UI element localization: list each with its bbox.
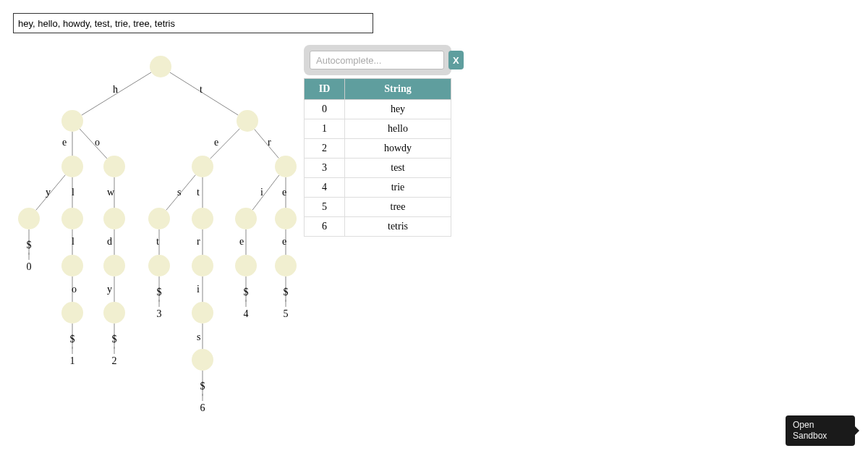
clear-button[interactable]: X: [448, 51, 464, 69]
svg-point-58: [61, 208, 83, 229]
svg-point-81: [192, 255, 213, 276]
svg-point-79: [275, 208, 297, 229]
svg-point-82: [235, 255, 257, 276]
svg-point-78: [235, 208, 257, 229]
table-row: 2howdy: [305, 139, 451, 159]
svg-point-57: [18, 208, 40, 229]
svg-text:d: d: [107, 236, 112, 247]
svg-point-83: [275, 255, 297, 276]
svg-point-74: [192, 156, 213, 177]
table-row: 1hello: [305, 119, 451, 139]
svg-text:e: e: [214, 137, 218, 148]
svg-text:i: i: [260, 187, 263, 198]
svg-text:$: $: [157, 287, 162, 297]
svg-text:h: h: [113, 84, 118, 95]
svg-text:0: 0: [27, 261, 32, 272]
open-sandbox-button[interactable]: Open Sandbox: [786, 415, 855, 446]
cell-string: trie: [345, 178, 451, 198]
svg-point-64: [103, 255, 125, 276]
svg-point-55: [61, 156, 83, 177]
words-input[interactable]: [13, 13, 373, 33]
svg-text:3: 3: [157, 308, 162, 319]
svg-text:s: s: [177, 187, 181, 198]
table-row: 5tree: [305, 198, 451, 217]
svg-text:$: $: [70, 334, 75, 345]
svg-point-63: [61, 255, 83, 276]
strings-table: ID String 0hey1hello2howdy3test4trie5tre…: [304, 78, 451, 237]
table-row: 3test: [305, 159, 451, 178]
svg-text:r: r: [268, 137, 271, 148]
svg-point-73: [237, 110, 258, 132]
svg-point-94: [192, 349, 213, 371]
cell-string: hello: [345, 119, 451, 139]
svg-point-56: [103, 156, 125, 177]
svg-point-75: [275, 156, 297, 177]
svg-point-54: [61, 110, 83, 132]
svg-text:e: e: [62, 137, 67, 148]
svg-text:$: $: [27, 240, 32, 250]
svg-text:e: e: [239, 236, 244, 247]
svg-text:$: $: [284, 287, 289, 297]
svg-point-87: [192, 302, 213, 324]
svg-text:2: 2: [112, 355, 117, 366]
svg-line-4: [80, 129, 107, 159]
svg-line-6: [36, 175, 66, 211]
svg-text:s: s: [197, 332, 200, 342]
cell-string: test: [345, 159, 451, 178]
svg-text:1: 1: [70, 355, 75, 366]
autocomplete-input[interactable]: [310, 51, 444, 69]
svg-line-27: [255, 129, 279, 158]
table-header-string: String: [345, 79, 451, 100]
svg-point-65: [61, 302, 83, 324]
svg-text:o: o: [95, 137, 100, 148]
trie-diagram: heoylwldoyterstietreeis$0$1$2$3$4$5$6: [0, 38, 311, 456]
table-row: 6tetris: [305, 217, 451, 237]
svg-text:i: i: [197, 284, 200, 295]
svg-text:l: l: [72, 187, 75, 198]
svg-text:6: 6: [200, 402, 205, 413]
svg-point-77: [192, 208, 213, 229]
autocomplete-panel: X: [304, 45, 451, 75]
svg-text:t: t: [197, 187, 200, 198]
svg-text:4: 4: [244, 308, 249, 319]
cell-string: hey: [345, 100, 451, 119]
svg-text:l: l: [72, 236, 75, 247]
svg-text:w: w: [107, 187, 115, 198]
svg-text:e: e: [282, 236, 286, 247]
svg-point-53: [150, 56, 171, 77]
svg-text:r: r: [197, 236, 200, 247]
table-row: 0hey: [305, 100, 451, 119]
svg-line-23: [170, 72, 239, 115]
svg-text:$: $: [200, 381, 205, 392]
table-row: 4trie: [305, 178, 451, 198]
svg-point-76: [148, 208, 170, 229]
svg-text:t: t: [156, 236, 159, 247]
svg-point-59: [103, 208, 125, 229]
cell-string: tetris: [345, 217, 451, 237]
cell-string: howdy: [345, 139, 451, 159]
svg-text:y: y: [107, 284, 112, 295]
svg-point-66: [103, 302, 125, 324]
svg-text:y: y: [46, 187, 51, 198]
svg-line-33: [252, 175, 279, 210]
svg-text:$: $: [112, 334, 117, 345]
svg-text:5: 5: [284, 308, 289, 319]
svg-text:o: o: [72, 284, 77, 295]
svg-point-80: [148, 255, 170, 276]
svg-text:t: t: [200, 84, 203, 95]
svg-text:$: $: [244, 287, 249, 297]
svg-text:e: e: [282, 187, 286, 198]
cell-string: tree: [345, 198, 451, 217]
